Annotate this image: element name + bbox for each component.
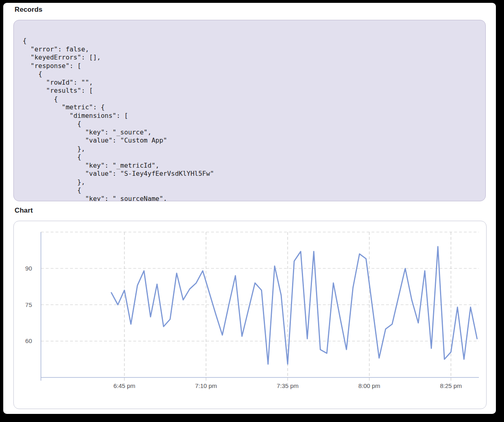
metric-series-line bbox=[111, 247, 477, 364]
records-json-panel[interactable]: { "error": false, "keyedErrors": [], "re… bbox=[13, 20, 486, 201]
records-json-output: { "error": false, "keyedErrors": [], "re… bbox=[14, 20, 485, 201]
x-axis-label: 8:00 pm bbox=[358, 382, 380, 389]
x-axis-label: 7:10 pm bbox=[195, 382, 217, 389]
y-axis-label: 60 bbox=[25, 337, 32, 344]
app-content: Records { "error": false, "keyedErrors":… bbox=[3, 3, 496, 414]
x-axis-label: 6:45 pm bbox=[113, 382, 135, 389]
chart-panel: 6:45 pm7:10 pm7:35 pm8:00 pm8:25 pm60759… bbox=[13, 221, 487, 409]
records-section-title: Records bbox=[15, 6, 43, 14]
chart-section-title: Chart bbox=[15, 207, 33, 215]
y-axis-label: 75 bbox=[25, 301, 32, 308]
x-axis-label: 8:25 pm bbox=[440, 382, 462, 389]
chart-canvas[interactable]: 6:45 pm7:10 pm7:35 pm8:00 pm8:25 pm60759… bbox=[14, 221, 486, 409]
x-axis-label: 7:35 pm bbox=[277, 382, 299, 389]
y-axis-label: 90 bbox=[25, 265, 32, 272]
